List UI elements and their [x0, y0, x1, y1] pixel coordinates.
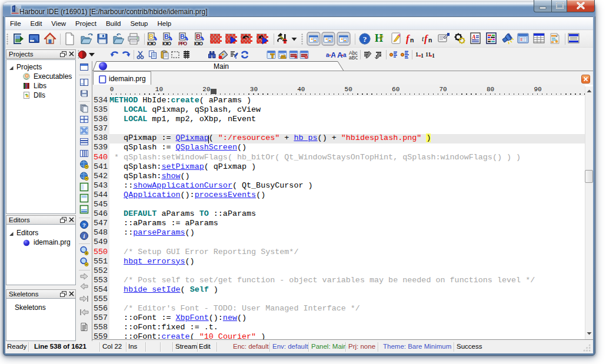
svg-text:aBC: aBC — [349, 55, 358, 60]
svg-text:a: a — [326, 52, 329, 58]
svg-text:A: A — [331, 51, 335, 59]
svg-text:B: B — [149, 33, 154, 40]
svg-text:Main: Main — [214, 62, 229, 71]
svg-text:?: ? — [363, 35, 367, 44]
svg-text:IOIO: IOIO — [194, 41, 203, 46]
svg-text:A: A — [471, 34, 476, 40]
svg-text:1: 1 — [432, 52, 435, 59]
svg-text:1: 1 — [421, 52, 424, 59]
svg-text:B: B — [180, 33, 185, 40]
svg-text:n: n — [428, 36, 432, 44]
svg-text:i: i — [84, 233, 85, 239]
svg-text:11: 11 — [425, 51, 431, 58]
svg-text:IOIO: IOIO — [147, 41, 156, 46]
svg-text:?: ? — [82, 222, 86, 228]
svg-text:B: B — [164, 33, 169, 40]
svg-text:PPO: PPO — [178, 41, 187, 46]
svg-text:n: n — [410, 36, 414, 44]
svg-text:a: a — [343, 52, 347, 58]
svg-text:?: ? — [379, 34, 384, 41]
svg-text:IOIO: IOIO — [162, 41, 171, 46]
svg-text:1: 1 — [415, 51, 418, 58]
svg-text:B: B — [196, 33, 201, 40]
